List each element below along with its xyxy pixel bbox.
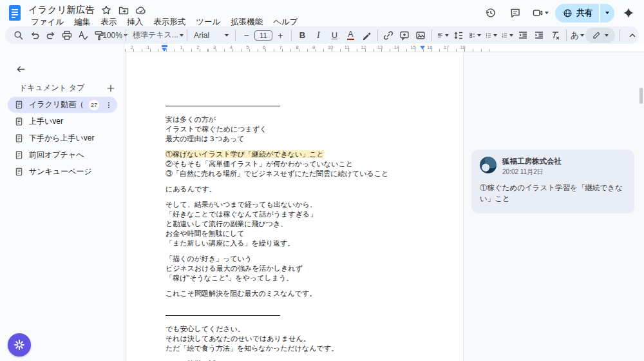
gemini-fab-button[interactable] — [8, 333, 31, 356]
image-icon — [415, 30, 426, 41]
comment-icon — [509, 7, 521, 19]
text-line: ②そもそも「高単価イラスト」が何かわかっていないこと — [166, 159, 450, 169]
add-tab-button[interactable] — [106, 83, 116, 93]
back-arrow-icon — [15, 64, 26, 75]
print-button[interactable] — [59, 28, 75, 43]
ruler-number: 12 — [361, 44, 366, 50]
align-button[interactable] — [435, 28, 451, 43]
insert-image-button[interactable] — [413, 28, 429, 43]
gemini-spark-icon — [13, 338, 26, 351]
tab-comment-count: 27 — [89, 100, 99, 110]
ruler-number: 5 — [246, 44, 249, 50]
line-spacing-icon — [453, 30, 464, 41]
clear-formatting-button[interactable] — [547, 28, 564, 43]
ruler-number: 9 — [312, 44, 315, 50]
add-comment-button[interactable] — [397, 28, 413, 43]
ruler-number: 17 — [444, 44, 449, 50]
tab-menu-icon[interactable] — [104, 101, 113, 110]
meet-call-button[interactable] — [529, 7, 551, 19]
cloud-saved-icon[interactable] — [135, 5, 147, 16]
numbered-list-icon: 1 2 3 — [501, 30, 508, 41]
highlight-color-button[interactable] — [359, 28, 375, 43]
access-globe-icon — [563, 8, 573, 18]
tab-label: サンキューページ — [29, 166, 113, 177]
ruler-number: 13 — [377, 44, 383, 50]
share-button[interactable]: 共有 — [555, 4, 614, 23]
comment-card[interactable]: 狐福工房株式会社 20:02 11月2日 ①稼ぐためのイラスト学習を「継続できな… — [471, 150, 634, 213]
sidebar-tab-1[interactable]: 上手いver — [8, 113, 117, 130]
undo-icon — [29, 30, 41, 41]
input-tools-button[interactable]: あ — [569, 28, 585, 43]
decrease-indent-button[interactable] — [515, 28, 531, 43]
comments-button[interactable] — [505, 3, 526, 23]
font-select[interactable]: Arial — [190, 28, 232, 43]
comment-body: ①稼ぐためのイラスト学習を「継続できない」こと — [480, 182, 626, 204]
italic-button[interactable]: I — [310, 28, 327, 43]
chevron-up-icon — [627, 30, 638, 41]
increase-indent-button[interactable] — [531, 28, 547, 43]
ruler-number: 1 — [147, 44, 149, 50]
history-icon — [485, 7, 497, 19]
toolbar: 100% 標準テキス... Arial − 11 + B I U A — [5, 26, 639, 44]
outdent-icon — [517, 30, 529, 41]
spellcheck-icon — [77, 30, 89, 41]
left-indent-marker[interactable] — [162, 45, 167, 52]
horizontal-rule — [166, 304, 450, 318]
gemini-button[interactable] — [618, 3, 639, 23]
horizontal-rule — [166, 95, 450, 109]
sidebar-tab-2[interactable]: 下手から上手いver — [8, 130, 117, 146]
tab-label: 上手いver — [29, 116, 113, 127]
star-icon[interactable] — [100, 5, 112, 16]
document-page[interactable]: 実は多くの方がイラストで稼ぐためにつまずく最大の理由は３つあって①稼げないイラス… — [126, 52, 464, 361]
gemini-star-icon — [622, 6, 635, 19]
input-tools-label: あ — [571, 30, 579, 41]
line-spacing-button[interactable] — [451, 28, 467, 43]
numbered-list-button[interactable]: 1 2 3 — [499, 28, 515, 43]
right-indent-marker[interactable] — [420, 46, 425, 50]
zoom-select[interactable]: 100% — [107, 28, 123, 43]
font-size-increase[interactable]: + — [272, 28, 289, 43]
font-size-decrease[interactable]: − — [238, 28, 254, 43]
vertical-scrollbar-thumb[interactable] — [639, 88, 643, 104]
text-line: 最大の理由は３つあって — [166, 134, 450, 144]
hide-menus-button[interactable] — [625, 28, 641, 43]
text-line: 「また新しい講座に入る」を繰り返す。 — [166, 239, 450, 248]
blank-line — [166, 179, 450, 184]
search-menus-button[interactable] — [10, 28, 26, 43]
bulleted-list-button[interactable] — [483, 28, 499, 43]
doc-tab-icon — [14, 117, 24, 126]
version-history-button[interactable] — [480, 3, 501, 23]
sidebar-tab-4[interactable]: サンキューページ — [8, 164, 117, 180]
sidebar-tab-3[interactable]: 前回オプチャへ — [8, 147, 117, 163]
bold-button[interactable]: B — [294, 28, 310, 43]
close-sidebar-button[interactable] — [12, 60, 30, 78]
ruler-number: 3 — [213, 44, 216, 50]
ruler-number: 2 — [131, 44, 133, 50]
blank-line — [166, 144, 450, 150]
sidebar-tab-0[interactable]: イラクリ動画（個...27 — [8, 97, 117, 113]
insert-link-button[interactable] — [381, 28, 397, 43]
text-color-button[interactable]: A — [343, 28, 359, 43]
share-dropdown[interactable] — [600, 4, 614, 23]
google-docs-logo[interactable] — [6, 5, 23, 21]
spellcheck-button[interactable] — [75, 28, 91, 43]
styles-select[interactable]: 標準テキス... — [129, 28, 184, 43]
move-folder-icon[interactable] — [118, 5, 129, 16]
highlighter-icon — [361, 30, 372, 41]
font-size-input[interactable]: 11 — [254, 30, 272, 41]
redo-button[interactable] — [43, 28, 59, 43]
doc-tab-icon — [14, 133, 24, 143]
tabs-heading: ドキュメント タブ — [19, 83, 85, 93]
ruler-number: 2 — [196, 44, 199, 50]
share-button-label: 共有 — [576, 8, 592, 19]
checklist-button[interactable] — [467, 28, 483, 43]
editing-mode-button[interactable] — [585, 28, 615, 43]
ruler-number: 11 — [345, 44, 350, 50]
comment-author: 狐福工房株式会社 — [502, 157, 562, 166]
underline-button[interactable]: U — [327, 28, 343, 43]
text-line: にあるんです。 — [166, 184, 450, 194]
bulleted-list-icon — [485, 30, 492, 41]
meet-dropdown-caret[interactable] — [545, 12, 549, 14]
text-line: 「好きなことでは稼ぐなんて話がうますぎる」 — [166, 210, 450, 219]
undo-button[interactable] — [26, 28, 43, 43]
